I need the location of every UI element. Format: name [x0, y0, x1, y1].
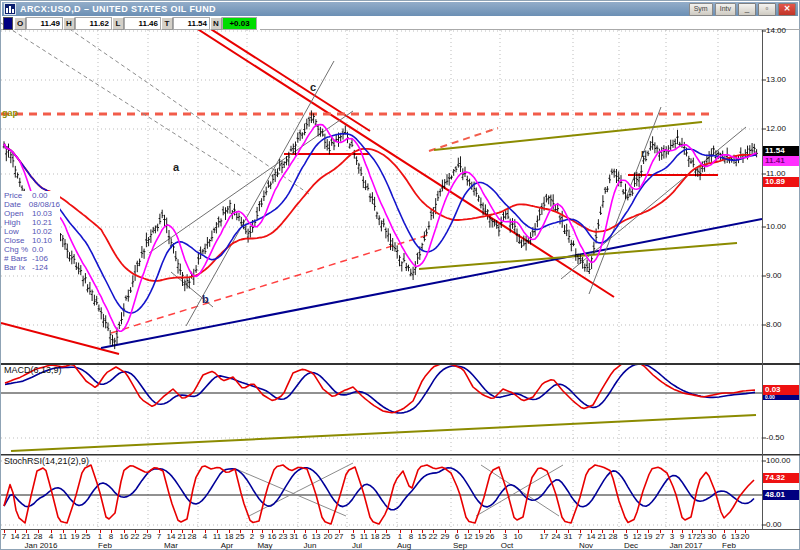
trade-value: 11.54 — [173, 17, 210, 30]
symbol-color-chip — [3, 17, 13, 30]
price-badge: 11.41 — [763, 156, 799, 166]
data-window: Price0.00Date08/08/16Open10.03High10.21L… — [4, 191, 60, 272]
macd-signal-badge: 0.00 — [763, 395, 799, 400]
data-window-row: # Bars-106 — [4, 254, 60, 263]
month-label: Mar — [149, 541, 193, 550]
macd-value-badge: 0.03 — [763, 385, 799, 395]
month-label: Dec — [609, 541, 653, 550]
price-axis-label: 12.00 — [766, 124, 786, 133]
month-label: Jun — [288, 541, 332, 550]
close-button[interactable]: ✕ — [778, 3, 796, 16]
wave-label-b: b — [202, 293, 209, 305]
stoch-badge: 74.32 — [763, 473, 799, 483]
macd-axis-label: -0.50 — [766, 433, 784, 442]
month-label: May — [243, 541, 287, 550]
price-axis-label: 8.00 — [766, 320, 782, 329]
open-value: 11.49 — [26, 17, 63, 30]
month-label: Sep — [438, 541, 482, 550]
date-tick-label: 20 — [737, 532, 753, 541]
stoch-axis-label: 100.00 — [766, 456, 790, 465]
price-badge: 11.54 — [763, 146, 799, 156]
macd-panel-label: MACD(6,13,9) — [4, 365, 62, 375]
sym-button[interactable]: Sym — [689, 3, 713, 16]
data-window-row: Bar Ix-124 — [4, 263, 60, 272]
low-value: 11.46 — [124, 17, 161, 30]
month-label: Jan 2017 — [664, 541, 708, 550]
low-label: L — [112, 17, 124, 30]
month-label: Oct — [485, 541, 529, 550]
net-change-value: +0.03 — [222, 17, 257, 30]
app-window: ARCX:USO,D – UNITED STATES OIL FUND Sym … — [0, 0, 800, 550]
intv-button[interactable]: Intv — [715, 3, 736, 16]
month-label: Jan 2016 — [19, 541, 63, 550]
window-title: ARCX:USO,D – UNITED STATES OIL FUND — [20, 4, 216, 14]
chart-plot-area[interactable] — [1, 30, 762, 529]
wave-label-r: r — [641, 148, 645, 159]
data-window-row: High10.21 — [4, 218, 60, 227]
wave-label-c: c — [310, 81, 316, 93]
price-axis-label: 14.00 — [766, 26, 786, 35]
month-label: Feb — [83, 541, 127, 550]
high-value: 11.62 — [75, 17, 112, 30]
month-label: Aug — [382, 541, 426, 550]
data-window-row: Close10.10 — [4, 236, 60, 245]
net-label: N — [210, 17, 222, 30]
price-axis-label: 13.00 — [766, 75, 786, 84]
gap-annotation: gap — [2, 108, 18, 118]
date-tick-label: 10 — [510, 532, 526, 541]
trade-label: T — [161, 17, 173, 30]
chart-app-icon — [4, 3, 16, 15]
month-label: Nov — [564, 541, 608, 550]
open-label: O — [14, 17, 26, 30]
data-window-row: Low10.02 — [4, 227, 60, 236]
data-window-row: Open10.03 — [4, 209, 60, 218]
stoch-badge: 48.01 — [763, 490, 799, 500]
month-label: Feb — [707, 541, 751, 550]
price-badge: 10.89 — [763, 177, 799, 187]
price-axis-label: 9.00 — [766, 271, 782, 280]
month-label: Jul — [335, 541, 379, 550]
stoch-axis-label: 0.00 — [766, 520, 782, 529]
title-bar[interactable]: ARCX:USO,D – UNITED STATES OIL FUND Sym … — [2, 2, 798, 16]
stochrsi-panel-label: StochRSI(14,21(2),9) — [4, 456, 89, 466]
data-window-row: Date08/08/16 — [4, 200, 60, 209]
high-label: H — [63, 17, 75, 30]
price-axis-label: 10.00 — [766, 222, 786, 231]
restore-button[interactable]: ▫ — [758, 3, 776, 16]
data-window-row: Chg %0.0 — [4, 245, 60, 254]
quote-bar: O 11.49 H 11.62 L 11.46 T 11.54 N +0.03 — [3, 17, 260, 30]
data-window-row: Price0.00 — [4, 191, 60, 200]
minimize-button[interactable]: _ — [738, 3, 756, 16]
date-tick-label: 26 — [482, 532, 498, 541]
wave-label-a: a — [173, 161, 179, 173]
